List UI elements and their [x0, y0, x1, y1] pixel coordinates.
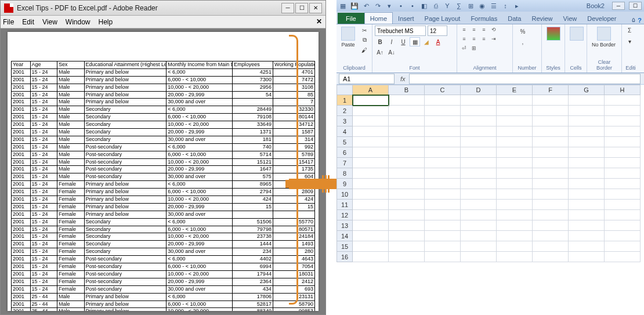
cell[interactable] [569, 200, 605, 210]
align-middle-icon[interactable]: ≡ [469, 26, 479, 34]
paste-button[interactable]: Paste [339, 26, 357, 49]
cell[interactable] [425, 210, 461, 220]
cell[interactable] [353, 95, 389, 106]
cell[interactable] [389, 106, 425, 116]
cell[interactable] [425, 158, 461, 168]
cell[interactable] [497, 220, 533, 231]
cell[interactable] [605, 220, 641, 231]
row-header[interactable]: 5 [337, 137, 353, 147]
cell[interactable] [569, 126, 605, 137]
cell[interactable] [425, 116, 461, 126]
cell[interactable] [461, 210, 497, 220]
cell[interactable] [353, 189, 389, 200]
font-color-button[interactable]: A [433, 37, 443, 46]
row-header[interactable]: 2 [337, 106, 353, 116]
cell[interactable] [569, 95, 605, 106]
column-header[interactable]: G [569, 85, 605, 95]
orientation-icon[interactable]: ⟲ [489, 26, 498, 34]
file-tab[interactable]: File [338, 13, 364, 24]
cell[interactable] [425, 147, 461, 158]
cells-button[interactable] [567, 26, 586, 42]
menu-window[interactable]: Window [66, 18, 91, 26]
qat-icon[interactable]: ◉ [478, 2, 486, 10]
row-header[interactable]: 6 [337, 147, 353, 158]
cell[interactable] [353, 210, 389, 220]
cell[interactable] [425, 231, 461, 241]
cell[interactable] [461, 200, 497, 210]
wrap-text-icon[interactable]: ⏎ [460, 44, 469, 52]
cell[interactable] [533, 106, 569, 116]
cell[interactable] [569, 158, 605, 168]
cell[interactable] [461, 252, 497, 262]
cell[interactable] [533, 168, 569, 179]
cell[interactable] [497, 126, 533, 137]
tab-page-layout[interactable]: Page Layout [419, 13, 466, 24]
qat-icon[interactable]: Y [443, 2, 451, 10]
cell[interactable] [389, 179, 425, 189]
autosum-icon[interactable]: Σ [624, 26, 635, 35]
tab-developer[interactable]: Developer [582, 13, 621, 24]
row-header[interactable]: 12 [337, 210, 353, 220]
cell[interactable] [497, 189, 533, 200]
cell[interactable] [497, 252, 533, 262]
tab-review[interactable]: Review [526, 13, 558, 24]
cell[interactable] [497, 147, 533, 158]
cell[interactable] [353, 126, 389, 137]
cell[interactable] [533, 252, 569, 262]
align-left-icon[interactable]: ≡ [460, 35, 469, 43]
undo-icon[interactable]: ↶ [362, 2, 370, 10]
cell[interactable] [533, 241, 569, 252]
cell[interactable] [389, 231, 425, 241]
tab-data[interactable]: Data [502, 13, 526, 24]
shrink-font-icon[interactable]: A↓ [386, 48, 397, 57]
column-header[interactable]: A [353, 85, 389, 95]
column-header[interactable]: C [425, 85, 461, 95]
cell[interactable] [461, 220, 497, 231]
cell[interactable] [461, 168, 497, 179]
cell[interactable] [533, 189, 569, 200]
cell[interactable] [389, 95, 425, 106]
underline-button[interactable]: U [398, 37, 408, 46]
cell[interactable] [605, 126, 641, 137]
tab-formulas[interactable]: Formulas [465, 13, 502, 24]
tab-home[interactable]: Home [364, 12, 393, 24]
cell[interactable] [389, 116, 425, 126]
cell[interactable] [389, 210, 425, 220]
cell[interactable] [605, 147, 641, 158]
font-name-select[interactable]: Trebuchet MS [375, 26, 426, 36]
cell[interactable] [497, 116, 533, 126]
cell[interactable] [353, 158, 389, 168]
styles-button[interactable] [544, 26, 563, 42]
cell[interactable] [605, 231, 641, 241]
merge-icon[interactable]: ⊞ [469, 44, 479, 52]
qat-icon[interactable]: ↕ [501, 2, 509, 10]
cell[interactable] [461, 137, 497, 147]
excel-maximize-button[interactable]: ☐ [629, 2, 642, 10]
row-header[interactable]: 4 [337, 126, 353, 137]
cell[interactable] [497, 95, 533, 106]
formula-bar[interactable] [409, 74, 641, 84]
cell[interactable] [569, 116, 605, 126]
cell[interactable] [605, 179, 641, 189]
redo-icon[interactable]: ↷ [374, 2, 382, 10]
cell[interactable] [425, 220, 461, 231]
column-header[interactable]: D [461, 85, 497, 95]
cell[interactable] [569, 189, 605, 200]
cell[interactable] [533, 147, 569, 158]
cell[interactable] [605, 252, 641, 262]
cell[interactable] [389, 147, 425, 158]
excel-minimize-button[interactable]: ─ [612, 2, 625, 10]
cell[interactable] [533, 210, 569, 220]
qat-icon[interactable]: • [397, 2, 405, 10]
comma-icon[interactable]: , [518, 37, 528, 46]
minimize-button[interactable]: ─ [281, 3, 294, 13]
worksheet-grid[interactable]: ABCDEFGH 12345678910111213141516 [337, 85, 644, 315]
cut-icon[interactable]: ✂ [359, 26, 370, 35]
cell[interactable] [461, 126, 497, 137]
cell[interactable] [533, 179, 569, 189]
cell[interactable] [533, 126, 569, 137]
cell[interactable] [497, 241, 533, 252]
row-header[interactable]: 15 [337, 241, 353, 252]
cell[interactable] [461, 147, 497, 158]
select-all-corner[interactable] [337, 85, 353, 95]
